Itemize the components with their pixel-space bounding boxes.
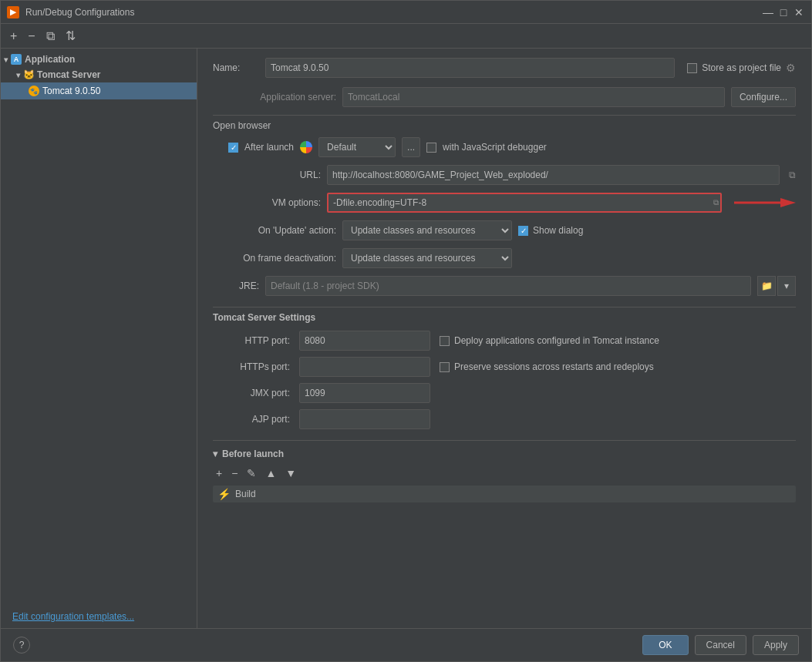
edit-templates-link[interactable]: Edit configuration templates...	[6, 608, 197, 625]
before-launch-section: ▾ Before launch + − ✎ ▲ ▼ ⚡ Build	[213, 449, 796, 502]
name-field[interactable]	[265, 58, 675, 78]
js-debugger-checkbox[interactable]	[426, 143, 436, 153]
show-dialog-checkbox[interactable]: ✓	[518, 226, 528, 236]
main-content: ▾ A Application ▾ 🐱 Tomcat Server 🐾 Tomc…	[1, 49, 811, 628]
red-arrow-svg	[734, 193, 796, 212]
app-server-row: Application server: Configure...	[213, 87, 796, 107]
http-port-field[interactable]	[299, 331, 430, 351]
preserve-checkbox[interactable]	[440, 362, 450, 372]
on-update-row: On 'Update' action: Update classes and r…	[213, 220, 796, 240]
application-label: Application	[25, 54, 75, 65]
browser-dots-button[interactable]: ...	[402, 137, 420, 157]
before-launch-edit-button[interactable]: ✎	[244, 465, 259, 481]
deploy-label: Deploy applications configured in Tomcat…	[454, 335, 659, 346]
show-dialog-area: ✓ Show dialog	[518, 225, 583, 236]
remove-config-button[interactable]: −	[25, 28, 38, 45]
url-field[interactable]	[327, 165, 780, 185]
url-row: URL: ⧉	[213, 165, 796, 185]
jmx-port-row: JMX port:	[213, 383, 796, 403]
tomcat-server-section[interactable]: ▾ 🐱 Tomcat Server	[1, 67, 197, 82]
tomcat-instance-icon: 🐾	[29, 86, 39, 96]
before-launch-up-button[interactable]: ▲	[262, 465, 279, 481]
application-section[interactable]: ▾ A Application	[1, 52, 197, 67]
configure-button[interactable]: Configure...	[731, 87, 796, 107]
right-panel: Name: Store as project file ⚙ Applicatio…	[197, 49, 811, 628]
url-expand-icon[interactable]: ⧉	[789, 170, 796, 180]
application-chevron: ▾	[4, 55, 8, 64]
app-server-label: Application server:	[213, 92, 336, 102]
https-port-field[interactable]	[299, 357, 430, 377]
cancel-button[interactable]: Cancel	[695, 635, 746, 655]
before-launch-add-button[interactable]: +	[213, 465, 225, 481]
red-arrow-annotation	[734, 193, 796, 212]
minimize-button[interactable]: —	[762, 6, 774, 18]
maximize-button[interactable]: □	[777, 6, 790, 18]
name-field-label: Name:	[213, 62, 259, 73]
deploy-checkbox[interactable]	[440, 336, 450, 346]
svg-marker-1	[780, 198, 796, 207]
vm-options-row: VM options: ⧉	[213, 193, 796, 213]
build-item[interactable]: ⚡ Build	[213, 486, 796, 502]
vm-options-wrapper: ⧉	[327, 193, 722, 213]
title-bar: ▶ Run/Debug Configurations — □ ✕	[1, 1, 811, 24]
on-update-select[interactable]: Update classes and resources	[342, 220, 512, 240]
jmx-port-field[interactable]	[299, 383, 430, 403]
ajp-port-row: AJP port:	[213, 409, 796, 429]
browser-select[interactable]: Default	[318, 137, 396, 157]
tomcat-server-chevron: ▾	[16, 71, 20, 79]
run-debug-dialog: ▶ Run/Debug Configurations — □ ✕ + − ⧉ ⇅…	[0, 0, 812, 662]
jre-field[interactable]	[265, 276, 751, 296]
before-launch-title-text: Before launch	[222, 449, 284, 459]
after-launch-checkbox[interactable]: ✓	[228, 143, 238, 153]
open-browser-section: Open browser ✓ After launch Default ... …	[213, 120, 796, 157]
tomcat-instance-label: Tomcat 9.0.50	[42, 86, 100, 96]
app-server-field[interactable]	[342, 87, 725, 107]
on-update-label: On 'Update' action:	[213, 225, 336, 236]
jre-label: JRE:	[213, 281, 259, 291]
http-port-row: HTTP port: Deploy applications configure…	[213, 331, 796, 351]
ok-button[interactable]: OK	[642, 635, 688, 655]
divider-2	[213, 307, 796, 307]
show-dialog-label: Show dialog	[533, 225, 583, 236]
application-icon: A	[11, 54, 22, 65]
preserve-checkbox-area: Preserve sessions across restarts and re…	[440, 361, 654, 372]
ajp-port-field[interactable]	[299, 409, 430, 429]
tomcat-server-label: Tomcat Server	[37, 69, 100, 80]
open-browser-title: Open browser	[213, 120, 796, 131]
https-port-label: HTTPs port:	[213, 361, 290, 372]
ajp-port-label: AJP port:	[213, 414, 290, 425]
js-debugger-label: with JavaScript debugger	[443, 142, 547, 153]
tomcat-instance-item[interactable]: 🐾 Tomcat 9.0.50	[1, 82, 197, 99]
divider-3	[213, 440, 796, 441]
jre-buttons: 📁 ▾	[757, 276, 796, 296]
apply-button[interactable]: Apply	[753, 635, 799, 655]
sidebar: ▾ A Application ▾ 🐱 Tomcat Server 🐾 Tomc…	[1, 49, 197, 628]
jre-folder-button[interactable]: 📁	[757, 276, 776, 296]
https-port-row: HTTPs port: Preserve sessions across res…	[213, 357, 796, 377]
bottom-bar: ? OK Cancel Apply	[1, 628, 811, 661]
window-controls: — □ ✕	[762, 6, 805, 18]
before-launch-down-button[interactable]: ▼	[282, 465, 299, 481]
on-frame-select[interactable]: Update classes and resources	[342, 248, 512, 268]
vm-expand-icon[interactable]: ⧉	[713, 198, 719, 207]
store-checkbox[interactable]	[687, 63, 697, 73]
build-label: Build	[235, 489, 256, 499]
title-text: Run/Debug Configurations	[25, 7, 756, 18]
preserve-label: Preserve sessions across restarts and re…	[454, 361, 654, 372]
jre-row: JRE: 📁 ▾	[213, 276, 796, 296]
store-gear-icon[interactable]: ⚙	[786, 62, 796, 74]
after-launch-label: After launch	[244, 142, 294, 153]
divider-1	[213, 115, 796, 116]
help-button[interactable]: ?	[13, 637, 30, 654]
copy-config-button[interactable]: ⧉	[43, 28, 58, 45]
close-button[interactable]: ✕	[793, 6, 805, 18]
sort-config-button[interactable]: ⇅	[62, 27, 79, 45]
on-frame-row: On frame deactivation: Update classes an…	[213, 248, 796, 268]
vm-options-field[interactable]	[327, 193, 722, 213]
server-settings-section: Tomcat Server Settings HTTP port: Deploy…	[213, 312, 796, 429]
jre-dropdown-button[interactable]: ▾	[777, 276, 796, 296]
before-launch-chevron-icon: ▾	[213, 449, 217, 459]
before-launch-header[interactable]: ▾ Before launch	[213, 449, 796, 459]
before-launch-remove-button[interactable]: −	[228, 465, 241, 481]
add-config-button[interactable]: +	[7, 28, 20, 45]
